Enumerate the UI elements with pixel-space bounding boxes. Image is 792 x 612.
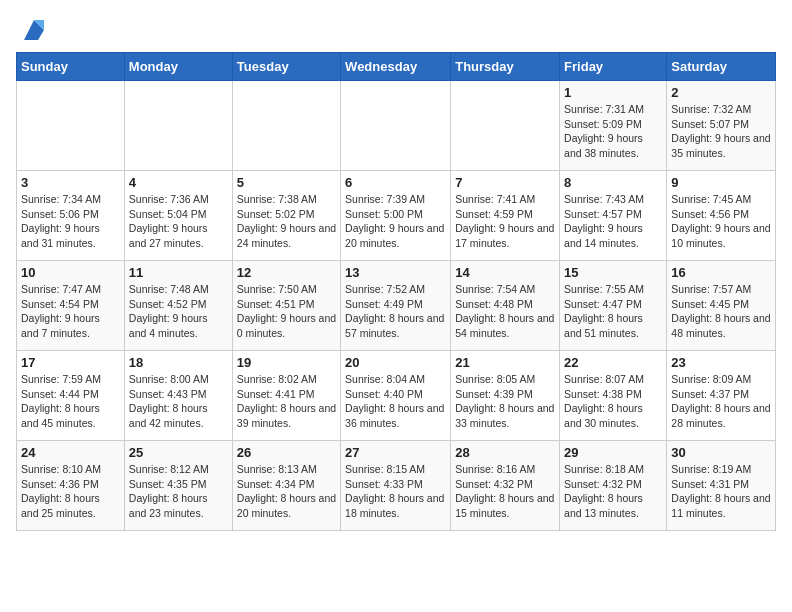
day-number: 20: [345, 355, 446, 370]
day-info: Sunrise: 8:16 AM Sunset: 4:32 PM Dayligh…: [455, 462, 555, 521]
calendar-cell: 19Sunrise: 8:02 AM Sunset: 4:41 PM Dayli…: [232, 351, 340, 441]
calendar-week-5: 24Sunrise: 8:10 AM Sunset: 4:36 PM Dayli…: [17, 441, 776, 531]
header-day-friday: Friday: [560, 53, 667, 81]
day-number: 23: [671, 355, 771, 370]
day-number: 25: [129, 445, 228, 460]
calendar-cell: 20Sunrise: 8:04 AM Sunset: 4:40 PM Dayli…: [341, 351, 451, 441]
day-number: 10: [21, 265, 120, 280]
day-info: Sunrise: 7:47 AM Sunset: 4:54 PM Dayligh…: [21, 282, 120, 341]
calendar-cell: 17Sunrise: 7:59 AM Sunset: 4:44 PM Dayli…: [17, 351, 125, 441]
day-info: Sunrise: 7:41 AM Sunset: 4:59 PM Dayligh…: [455, 192, 555, 251]
calendar-week-4: 17Sunrise: 7:59 AM Sunset: 4:44 PM Dayli…: [17, 351, 776, 441]
day-info: Sunrise: 8:09 AM Sunset: 4:37 PM Dayligh…: [671, 372, 771, 431]
day-info: Sunrise: 8:13 AM Sunset: 4:34 PM Dayligh…: [237, 462, 336, 521]
day-number: 16: [671, 265, 771, 280]
calendar-week-3: 10Sunrise: 7:47 AM Sunset: 4:54 PM Dayli…: [17, 261, 776, 351]
day-info: Sunrise: 7:38 AM Sunset: 5:02 PM Dayligh…: [237, 192, 336, 251]
calendar: SundayMondayTuesdayWednesdayThursdayFrid…: [16, 52, 776, 531]
header-day-sunday: Sunday: [17, 53, 125, 81]
calendar-cell: 27Sunrise: 8:15 AM Sunset: 4:33 PM Dayli…: [341, 441, 451, 531]
day-number: 14: [455, 265, 555, 280]
day-info: Sunrise: 8:02 AM Sunset: 4:41 PM Dayligh…: [237, 372, 336, 431]
day-info: Sunrise: 7:54 AM Sunset: 4:48 PM Dayligh…: [455, 282, 555, 341]
day-number: 18: [129, 355, 228, 370]
calendar-week-1: 1Sunrise: 7:31 AM Sunset: 5:09 PM Daylig…: [17, 81, 776, 171]
day-info: Sunrise: 7:43 AM Sunset: 4:57 PM Dayligh…: [564, 192, 662, 251]
day-info: Sunrise: 8:15 AM Sunset: 4:33 PM Dayligh…: [345, 462, 446, 521]
calendar-cell: 1Sunrise: 7:31 AM Sunset: 5:09 PM Daylig…: [560, 81, 667, 171]
calendar-cell: 29Sunrise: 8:18 AM Sunset: 4:32 PM Dayli…: [560, 441, 667, 531]
calendar-cell: [451, 81, 560, 171]
calendar-cell: 16Sunrise: 7:57 AM Sunset: 4:45 PM Dayli…: [667, 261, 776, 351]
logo: [16, 16, 48, 44]
day-info: Sunrise: 8:18 AM Sunset: 4:32 PM Dayligh…: [564, 462, 662, 521]
day-info: Sunrise: 8:04 AM Sunset: 4:40 PM Dayligh…: [345, 372, 446, 431]
calendar-cell: [124, 81, 232, 171]
calendar-week-2: 3Sunrise: 7:34 AM Sunset: 5:06 PM Daylig…: [17, 171, 776, 261]
day-info: Sunrise: 8:05 AM Sunset: 4:39 PM Dayligh…: [455, 372, 555, 431]
calendar-cell: 10Sunrise: 7:47 AM Sunset: 4:54 PM Dayli…: [17, 261, 125, 351]
calendar-cell: 6Sunrise: 7:39 AM Sunset: 5:00 PM Daylig…: [341, 171, 451, 261]
day-number: 13: [345, 265, 446, 280]
calendar-cell: 13Sunrise: 7:52 AM Sunset: 4:49 PM Dayli…: [341, 261, 451, 351]
day-info: Sunrise: 7:39 AM Sunset: 5:00 PM Dayligh…: [345, 192, 446, 251]
calendar-cell: [232, 81, 340, 171]
day-number: 21: [455, 355, 555, 370]
day-number: 15: [564, 265, 662, 280]
day-number: 22: [564, 355, 662, 370]
calendar-cell: 21Sunrise: 8:05 AM Sunset: 4:39 PM Dayli…: [451, 351, 560, 441]
day-info: Sunrise: 7:32 AM Sunset: 5:07 PM Dayligh…: [671, 102, 771, 161]
day-info: Sunrise: 8:12 AM Sunset: 4:35 PM Dayligh…: [129, 462, 228, 521]
day-number: 28: [455, 445, 555, 460]
day-number: 29: [564, 445, 662, 460]
day-number: 1: [564, 85, 662, 100]
day-info: Sunrise: 8:19 AM Sunset: 4:31 PM Dayligh…: [671, 462, 771, 521]
calendar-body: 1Sunrise: 7:31 AM Sunset: 5:09 PM Daylig…: [17, 81, 776, 531]
header-day-saturday: Saturday: [667, 53, 776, 81]
day-number: 12: [237, 265, 336, 280]
calendar-cell: 22Sunrise: 8:07 AM Sunset: 4:38 PM Dayli…: [560, 351, 667, 441]
day-info: Sunrise: 8:07 AM Sunset: 4:38 PM Dayligh…: [564, 372, 662, 431]
calendar-cell: 2Sunrise: 7:32 AM Sunset: 5:07 PM Daylig…: [667, 81, 776, 171]
day-number: 2: [671, 85, 771, 100]
day-info: Sunrise: 8:10 AM Sunset: 4:36 PM Dayligh…: [21, 462, 120, 521]
calendar-cell: 5Sunrise: 7:38 AM Sunset: 5:02 PM Daylig…: [232, 171, 340, 261]
calendar-header-row: SundayMondayTuesdayWednesdayThursdayFrid…: [17, 53, 776, 81]
calendar-cell: 9Sunrise: 7:45 AM Sunset: 4:56 PM Daylig…: [667, 171, 776, 261]
calendar-cell: 23Sunrise: 8:09 AM Sunset: 4:37 PM Dayli…: [667, 351, 776, 441]
day-number: 19: [237, 355, 336, 370]
day-number: 8: [564, 175, 662, 190]
calendar-cell: 15Sunrise: 7:55 AM Sunset: 4:47 PM Dayli…: [560, 261, 667, 351]
calendar-cell: 8Sunrise: 7:43 AM Sunset: 4:57 PM Daylig…: [560, 171, 667, 261]
day-info: Sunrise: 7:31 AM Sunset: 5:09 PM Dayligh…: [564, 102, 662, 161]
calendar-cell: 24Sunrise: 8:10 AM Sunset: 4:36 PM Dayli…: [17, 441, 125, 531]
day-info: Sunrise: 7:45 AM Sunset: 4:56 PM Dayligh…: [671, 192, 771, 251]
day-number: 17: [21, 355, 120, 370]
day-info: Sunrise: 7:55 AM Sunset: 4:47 PM Dayligh…: [564, 282, 662, 341]
day-number: 30: [671, 445, 771, 460]
day-number: 24: [21, 445, 120, 460]
day-info: Sunrise: 7:34 AM Sunset: 5:06 PM Dayligh…: [21, 192, 120, 251]
day-info: Sunrise: 8:00 AM Sunset: 4:43 PM Dayligh…: [129, 372, 228, 431]
logo-icon: [20, 16, 48, 44]
header-day-wednesday: Wednesday: [341, 53, 451, 81]
calendar-cell: 7Sunrise: 7:41 AM Sunset: 4:59 PM Daylig…: [451, 171, 560, 261]
calendar-cell: 3Sunrise: 7:34 AM Sunset: 5:06 PM Daylig…: [17, 171, 125, 261]
calendar-cell: [341, 81, 451, 171]
day-number: 4: [129, 175, 228, 190]
day-number: 26: [237, 445, 336, 460]
day-number: 7: [455, 175, 555, 190]
day-info: Sunrise: 7:52 AM Sunset: 4:49 PM Dayligh…: [345, 282, 446, 341]
calendar-cell: 12Sunrise: 7:50 AM Sunset: 4:51 PM Dayli…: [232, 261, 340, 351]
header-day-thursday: Thursday: [451, 53, 560, 81]
day-info: Sunrise: 7:57 AM Sunset: 4:45 PM Dayligh…: [671, 282, 771, 341]
day-info: Sunrise: 7:48 AM Sunset: 4:52 PM Dayligh…: [129, 282, 228, 341]
calendar-cell: 30Sunrise: 8:19 AM Sunset: 4:31 PM Dayli…: [667, 441, 776, 531]
day-number: 9: [671, 175, 771, 190]
calendar-cell: 18Sunrise: 8:00 AM Sunset: 4:43 PM Dayli…: [124, 351, 232, 441]
calendar-cell: 14Sunrise: 7:54 AM Sunset: 4:48 PM Dayli…: [451, 261, 560, 351]
header: [16, 16, 776, 44]
calendar-cell: [17, 81, 125, 171]
calendar-cell: 11Sunrise: 7:48 AM Sunset: 4:52 PM Dayli…: [124, 261, 232, 351]
calendar-cell: 25Sunrise: 8:12 AM Sunset: 4:35 PM Dayli…: [124, 441, 232, 531]
